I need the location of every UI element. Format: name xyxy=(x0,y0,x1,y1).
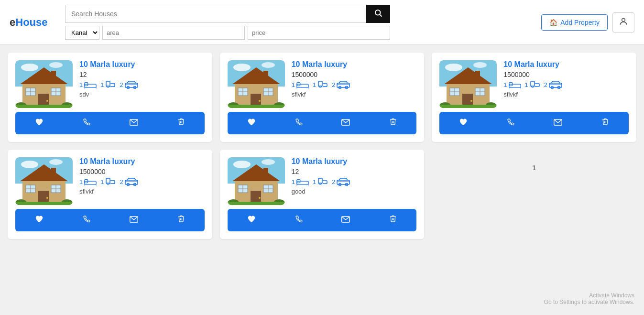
bed-icon xyxy=(296,80,309,89)
price-filter-input[interactable] xyxy=(248,26,390,40)
svg-rect-38 xyxy=(263,71,268,81)
property-title: 10 Marla luxury xyxy=(79,157,205,166)
car-icon xyxy=(337,177,350,186)
bath-count: 1 xyxy=(100,81,104,88)
bed-icon xyxy=(84,80,97,89)
bed-icon xyxy=(84,177,97,186)
beds-feature: 1 xyxy=(292,80,309,89)
favorite-button[interactable] xyxy=(242,116,261,130)
bed-count: 1 xyxy=(292,178,295,185)
phone-icon xyxy=(507,118,514,126)
property-features: 1 1 xyxy=(292,177,417,186)
email-button[interactable] xyxy=(549,116,567,130)
property-title: 10 Marla luxury xyxy=(503,60,629,69)
bed-count: 1 xyxy=(292,81,295,88)
filter-row: Kanal Marla xyxy=(65,26,390,40)
phone-button[interactable] xyxy=(290,213,307,228)
card-actions xyxy=(439,112,629,134)
phone-icon xyxy=(295,118,303,126)
svg-rect-109 xyxy=(15,202,73,205)
phone-button[interactable] xyxy=(78,116,95,130)
email-button[interactable] xyxy=(125,213,143,228)
property-location: good xyxy=(292,188,417,195)
phone-button[interactable] xyxy=(78,213,95,228)
phone-button[interactable] xyxy=(502,116,519,130)
card-actions xyxy=(15,209,205,231)
card-actions xyxy=(228,209,417,231)
property-location: sdv xyxy=(79,91,205,98)
svg-point-5 xyxy=(49,62,63,68)
svg-rect-79 xyxy=(439,105,497,108)
baths-feature: 1 xyxy=(100,80,116,89)
favorite-button[interactable] xyxy=(30,213,48,228)
delete-button[interactable] xyxy=(173,213,190,228)
cars-feature: 2 xyxy=(332,80,350,89)
svg-rect-68 xyxy=(475,71,480,81)
property-location: sflvkf xyxy=(79,188,205,195)
windows-watermark: Activate Windows Go to Settings to activ… xyxy=(544,292,634,305)
svg-point-2 xyxy=(622,18,625,22)
card-top: 10 Marla luxury 1500000 1 1 xyxy=(439,60,629,108)
svg-rect-24 xyxy=(106,81,110,86)
search-button[interactable] xyxy=(366,5,390,23)
svg-rect-144 xyxy=(318,178,322,183)
property-title: 10 Marla luxury xyxy=(292,60,417,69)
email-icon xyxy=(341,216,350,223)
heart-icon xyxy=(247,215,256,223)
svg-line-1 xyxy=(380,14,382,16)
property-image xyxy=(15,157,73,205)
car-icon xyxy=(337,80,350,89)
email-button[interactable] xyxy=(337,213,355,228)
area-filter-input[interactable] xyxy=(102,26,245,40)
trash-icon xyxy=(389,118,397,126)
favorite-button[interactable] xyxy=(242,213,261,228)
baths-feature: 1 xyxy=(525,80,540,89)
property-title: 10 Marla luxury xyxy=(79,60,205,69)
delete-button[interactable] xyxy=(384,116,402,130)
car-count: 2 xyxy=(120,178,123,185)
svg-point-0 xyxy=(375,10,381,15)
baths-feature: 1 xyxy=(313,177,328,186)
delete-button[interactable] xyxy=(384,213,402,228)
property-title: 10 Marla luxury xyxy=(292,157,417,166)
property-image xyxy=(228,157,285,205)
email-icon xyxy=(341,119,350,126)
watermark-line1: Activate Windows xyxy=(544,292,634,299)
svg-rect-128 xyxy=(263,168,268,178)
search-input[interactable] xyxy=(65,5,366,23)
email-button[interactable] xyxy=(125,116,143,130)
user-profile-button[interactable] xyxy=(612,12,634,33)
property-price: 1500000 xyxy=(79,168,205,175)
trash-icon xyxy=(177,118,185,126)
favorite-button[interactable] xyxy=(30,116,48,130)
favorite-button[interactable] xyxy=(454,116,472,130)
property-card: 10 Marla luxury 12 1 1 xyxy=(8,53,212,142)
card-top: 10 Marla luxury 1500000 1 1 xyxy=(15,157,205,205)
email-icon xyxy=(554,119,562,126)
card-top: 10 Marla luxury 1500000 1 1 xyxy=(228,60,417,108)
car-icon xyxy=(125,177,138,186)
car-icon xyxy=(549,80,562,89)
bed-count: 1 xyxy=(79,81,83,88)
page-number: 1 xyxy=(532,164,536,172)
filter-type-select[interactable]: Kanal Marla xyxy=(65,26,99,40)
svg-point-76 xyxy=(470,100,472,102)
beds-feature: 1 xyxy=(79,177,97,186)
delete-button[interactable] xyxy=(173,116,190,130)
bath-icon xyxy=(105,177,116,186)
svg-rect-84 xyxy=(531,81,535,86)
svg-point-64 xyxy=(445,64,462,71)
card-info: 10 Marla luxury 1500000 1 1 xyxy=(79,157,205,205)
bed-count: 1 xyxy=(79,178,83,185)
svg-point-46 xyxy=(259,100,261,102)
bath-icon xyxy=(105,80,116,89)
add-property-button[interactable]: 🏠 Add Property xyxy=(541,14,608,31)
delete-button[interactable] xyxy=(597,116,614,130)
bath-count: 1 xyxy=(100,178,104,185)
phone-button[interactable] xyxy=(290,116,307,130)
car-count: 2 xyxy=(120,81,123,88)
baths-feature: 1 xyxy=(100,177,116,186)
bath-count: 1 xyxy=(313,178,316,185)
card-info: 10 Marla luxury 12 1 1 xyxy=(79,60,205,108)
email-button[interactable] xyxy=(337,116,355,130)
